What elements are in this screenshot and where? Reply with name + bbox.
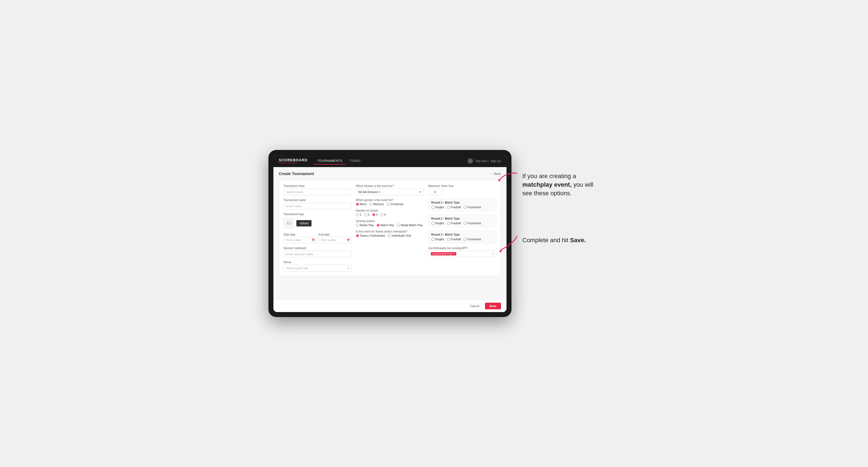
form-col-3: Maximum Team Size Round 1 - Match Type S… — [428, 185, 496, 272]
rounds-2[interactable]: 2 — [364, 213, 370, 216]
round1-fourball[interactable]: Fourball — [447, 206, 461, 209]
round3-foursomes-radio[interactable] — [463, 238, 466, 241]
scoring-medal-label: Medal Match Play — [401, 224, 423, 227]
round2-foursomes[interactable]: Foursomes — [463, 222, 481, 225]
round3-fourball-radio[interactable] — [447, 238, 450, 241]
teams-option-radio[interactable] — [356, 234, 359, 237]
round1-singles-label: Singles — [435, 206, 444, 209]
gender-womens-radio[interactable] — [369, 203, 372, 206]
api-dropdown-icons: ▾ — [492, 252, 494, 255]
round3-singles-radio[interactable] — [431, 238, 434, 241]
start-date-input[interactable] — [284, 237, 316, 243]
venue-input[interactable] — [284, 265, 351, 272]
round1-singles[interactable]: Singles — [431, 206, 444, 209]
individuals-option-radio[interactable] — [388, 234, 391, 237]
rounds-3-radio[interactable] — [372, 213, 375, 216]
round2-fourball-radio[interactable] — [447, 222, 450, 225]
api-select-wrap[interactable]: Leaderboard King ✕ ▾ — [428, 251, 496, 257]
gender-mens-radio[interactable] — [356, 203, 359, 206]
scoring-match-radio[interactable] — [377, 224, 380, 227]
gender-combined[interactable]: Combined — [386, 203, 403, 206]
round2-singles[interactable]: Singles — [431, 222, 444, 225]
gender-combined-label: Combined — [391, 203, 403, 206]
teams-label: Is this event for Teams and/or Individua… — [356, 230, 424, 233]
end-date-wrap: 📅 — [319, 237, 351, 243]
division-select[interactable]: NCAA Division I NCAA Division II NCAA Di… — [356, 189, 424, 195]
tablet-device: SCOREBOARD Powered by clippit TOURNAMENT… — [269, 150, 512, 317]
end-date-input[interactable] — [319, 237, 351, 243]
dates-group: Start date 📅 End date — [284, 232, 351, 243]
scoring-match[interactable]: Match Play — [377, 224, 394, 227]
gender-mens[interactable]: Mens — [356, 203, 367, 206]
api-tag: Leaderboard King ✕ — [431, 252, 457, 255]
round2-fourball[interactable]: Fourball — [447, 222, 461, 225]
max-team-size-input[interactable] — [428, 189, 442, 195]
round3-fourball-label: Fourball — [451, 238, 461, 241]
arrow-matchplay — [498, 169, 520, 186]
tablet-screen: SCOREBOARD Powered by clippit TOURNAMENT… — [273, 155, 506, 312]
rounds-4-radio[interactable] — [380, 213, 383, 216]
round3-foursomes[interactable]: Foursomes — [463, 238, 481, 241]
rounds-1-label: 1 — [360, 213, 362, 216]
save-button[interactable]: Save — [485, 303, 501, 309]
round3-singles[interactable]: Singles — [431, 238, 444, 241]
round1-fourball-radio[interactable] — [447, 206, 450, 209]
tournament-host-group: Tournament Host — [284, 185, 351, 195]
scoring-stroke[interactable]: Stroke Play — [356, 224, 374, 227]
form-col-1: Tournament Host Tournament name Tourname… — [284, 185, 351, 272]
rounds-1-radio[interactable] — [356, 213, 359, 216]
round1-foursomes-radio[interactable] — [463, 206, 466, 209]
rounds-4-label: 4 — [384, 213, 386, 216]
signout-link[interactable]: Sign out — [491, 160, 501, 163]
round3-foursomes-label: Foursomes — [467, 238, 481, 241]
individuals-option[interactable]: Individuals Only — [388, 234, 411, 237]
max-team-size-group: Maximum Team Size — [428, 185, 496, 195]
rounds-1[interactable]: 1 — [356, 213, 362, 216]
round1-fourball-label: Fourball — [451, 206, 461, 209]
rounds-3[interactable]: 3 — [372, 213, 378, 216]
svg-marker-2 — [498, 179, 500, 182]
teams-option[interactable]: Teams (+Individuals) — [356, 234, 385, 237]
upload-button[interactable]: Upload — [296, 220, 312, 226]
round2-foursomes-radio[interactable] — [463, 222, 466, 225]
round3-fourball[interactable]: Fourball — [447, 238, 461, 241]
form-layout: Tournament Host Tournament name Tourname… — [279, 180, 501, 276]
rounds-3-label: 3 — [376, 213, 378, 216]
rounds-label: Number of rounds — [356, 209, 424, 212]
tournament-host-input[interactable] — [284, 189, 351, 195]
gender-womens[interactable]: Womens — [369, 203, 384, 206]
start-date-label: Start date — [284, 233, 296, 236]
round3-label: Round 3 - Match Type — [431, 233, 493, 236]
scoring-medal[interactable]: Medal Match Play — [397, 224, 423, 227]
tournament-logo-label: Tournament logo — [284, 213, 351, 216]
api-tag-close[interactable]: ✕ — [453, 252, 455, 255]
round2-singles-radio[interactable] — [431, 222, 434, 225]
gender-combined-radio[interactable] — [386, 203, 390, 206]
date-row: Start date 📅 End date — [284, 232, 351, 243]
rounds-group: Number of rounds 1 2 3 — [356, 209, 424, 216]
rounds-4[interactable]: 4 — [380, 213, 386, 216]
tournament-name-input[interactable] — [284, 203, 351, 209]
round1-foursomes-label: Foursomes — [467, 206, 481, 209]
rounds-radio-group: 1 2 3 4 — [356, 213, 424, 216]
round1-foursomes[interactable]: Foursomes — [463, 206, 481, 209]
scoring-stroke-radio[interactable] — [356, 224, 359, 227]
rounds-2-radio[interactable] — [364, 213, 367, 216]
sponsor-input[interactable] — [284, 251, 351, 257]
teams-option-label: Teams (+Individuals) — [360, 234, 385, 237]
end-date-group: End date 📅 — [319, 232, 351, 243]
scoring-medal-radio[interactable] — [397, 224, 400, 227]
gender-mens-label: Mens — [360, 203, 367, 206]
division-group: Which division is the event for? NCAA Di… — [356, 185, 424, 195]
venue-group: Venue ▾ — [284, 261, 351, 272]
scoring-label: Scoring system — [356, 220, 424, 223]
nav-tournaments[interactable]: TOURNAMENTS — [314, 157, 345, 165]
api-tag-label: Leaderboard King — [432, 252, 452, 255]
api-group: Use third-party live scoring API? Leader… — [428, 247, 496, 257]
individuals-option-label: Individuals Only — [392, 234, 411, 237]
round1-singles-radio[interactable] — [431, 206, 434, 209]
page-header: Create Tournament ← Back — [279, 172, 501, 176]
cancel-button[interactable]: Cancel — [467, 303, 483, 309]
tournament-name-group: Tournament name — [284, 198, 351, 209]
nav-teams[interactable]: TEAMS — [346, 157, 364, 165]
